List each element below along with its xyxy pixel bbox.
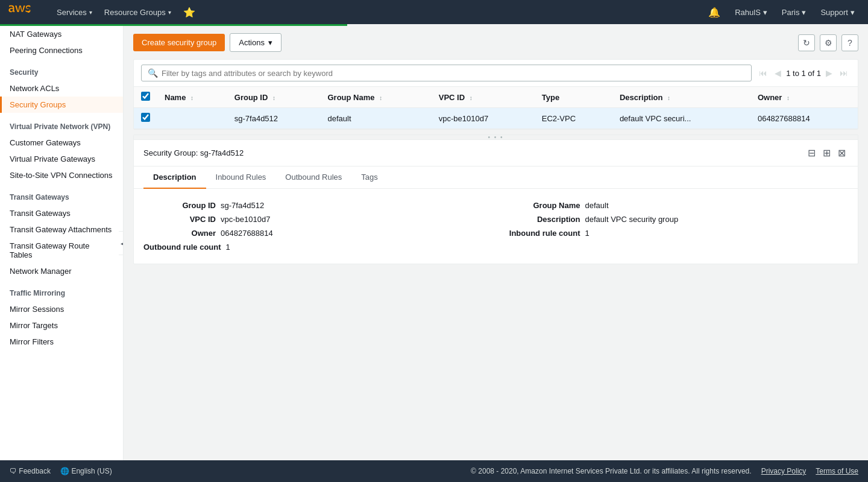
services-chevron-icon: ▾ [89, 9, 92, 16]
user-chevron-icon: ▾ [763, 8, 767, 17]
pagination-next-button[interactable]: ▶ [823, 67, 835, 79]
row-vpc-id: vpc-be1010d7 [432, 108, 535, 129]
drag-handle[interactable]: • • • [134, 135, 858, 140]
top-navigation: Services ▾ Resource Groups ▾ ⭐ 🔔 RahulS … [0, 0, 868, 24]
search-input[interactable] [162, 69, 745, 78]
search-icon: 🔍 [148, 68, 158, 78]
bookmark-icon[interactable]: ⭐ [177, 7, 201, 18]
resource-groups-nav[interactable]: Resource Groups ▾ [98, 0, 177, 24]
sidebar-item-peering-connections[interactable]: Peering Connections [0, 42, 123, 59]
sidebar-item-nat-gateways[interactable]: NAT Gateways [0, 26, 123, 42]
detail-left-column: Group ID sg-7fa4d512 VPC ID vpc-be1010d7… [143, 198, 484, 254]
search-input-wrapper[interactable]: 🔍 [141, 65, 752, 81]
group-name-row: Group Name default [508, 198, 849, 212]
help-button[interactable]: ? [841, 34, 858, 51]
drag-dots-icon: • • • [488, 134, 503, 141]
feedback-button[interactable]: 🗨 Feedback [10, 467, 51, 475]
settings-button[interactable]: ⚙ [820, 34, 837, 51]
pagination-prev-button[interactable]: ◀ [772, 67, 784, 79]
detail-minimize-button[interactable]: ⊟ [805, 146, 818, 160]
vpc-id-column-header[interactable]: VPC ID ↕ [432, 87, 535, 108]
type-column-header[interactable]: Type [535, 87, 612, 108]
user-menu[interactable]: RahulS ▾ [729, 0, 773, 24]
terms-of-use-link[interactable]: Terms of Use [816, 467, 858, 475]
description-row: Description default VPC security group [508, 212, 849, 226]
sidebar-section-vpn: Virtual Private Network (VPN) [0, 113, 123, 135]
notification-bell-icon[interactable]: 🔔 [702, 7, 726, 18]
detail-maximize-button[interactable]: ⊠ [835, 146, 848, 160]
sidebar-item-virtual-private-gateways[interactable]: Virtual Private Gateways [0, 151, 123, 167]
region-menu[interactable]: Paris ▾ [776, 0, 813, 24]
sidebar-item-site-to-site-vpn[interactable]: Site-to-Site VPN Connections [0, 167, 123, 183]
row-owner: 064827688814 [750, 108, 858, 129]
sidebar-item-network-manager[interactable]: Network Manager [0, 263, 123, 279]
resource-groups-chevron-icon: ▾ [168, 9, 171, 16]
sidebar: ◀ NAT Gateways Peering Connections Secur… [0, 26, 124, 460]
create-security-group-button[interactable]: Create security group [133, 34, 225, 51]
detail-panel: • • • Security Group: sg-7fa4d512 ⊟ ⊞ ⊠ … [133, 135, 858, 264]
privacy-policy-link[interactable]: Privacy Policy [761, 467, 807, 475]
owner-column-header[interactable]: Owner ↕ [750, 87, 858, 108]
services-nav[interactable]: Services ▾ [51, 0, 98, 24]
sidebar-item-network-acls[interactable]: Network ACLs [0, 80, 123, 97]
sidebar-item-mirror-filters[interactable]: Mirror Filters [0, 334, 123, 350]
pagination-last-button[interactable]: ⏭ [837, 67, 851, 79]
vpc-id-row: VPC ID vpc-be1010d7 [143, 212, 484, 226]
sidebar-item-mirror-targets[interactable]: Mirror Targets [0, 317, 123, 334]
inbound-rule-count-row: Inbound rule count 1 [508, 226, 849, 240]
pagination-text: 1 to 1 of 1 [786, 69, 821, 78]
select-all-header[interactable] [134, 87, 157, 108]
sidebar-item-transit-gateway-route-tables[interactable]: Transit Gateway Route Tables [0, 238, 123, 263]
outbound-rule-count-row: Outbound rule count 1 [143, 240, 484, 254]
description-column-header[interactable]: Description ↕ [612, 87, 750, 108]
footer: 🗨 Feedback 🌐 English (US) © 2008 - 2020,… [0, 460, 868, 482]
sidebar-section-transit-gateways: Transit Gateways [0, 183, 123, 205]
detail-tabs: Description Inbound Rules Outbound Rules… [134, 166, 858, 189]
tab-tags[interactable]: Tags [351, 166, 387, 189]
sidebar-item-transit-gateways[interactable]: Transit Gateways [0, 205, 123, 221]
select-all-checkbox[interactable] [141, 92, 150, 101]
actions-chevron-icon: ▾ [268, 38, 272, 47]
tab-inbound-rules[interactable]: Inbound Rules [206, 166, 276, 189]
owner-row: Owner 064827688814 [143, 226, 484, 240]
row-group-name: default [321, 108, 432, 129]
language-button[interactable]: 🌐 English (US) [60, 467, 112, 475]
pagination-first-button[interactable]: ⏮ [756, 67, 770, 79]
detail-right-column: Group Name default Description default V… [508, 198, 849, 254]
refresh-button[interactable]: ↻ [798, 34, 815, 51]
detail-split-button[interactable]: ⊞ [820, 146, 833, 160]
detail-content: Group ID sg-7fa4d512 VPC ID vpc-be1010d7… [134, 189, 858, 264]
name-column-header[interactable]: Name ↕ [157, 87, 227, 108]
sidebar-collapse-button[interactable]: ◀ [119, 231, 124, 255]
tab-outbound-rules[interactable]: Outbound Rules [275, 166, 351, 189]
search-bar: 🔍 ⏮ ◀ 1 to 1 of 1 ▶ ⏭ [134, 60, 858, 87]
region-chevron-icon: ▾ [802, 8, 806, 17]
toolbar: Create security group Actions ▾ ↻ ⚙ ? [124, 26, 868, 59]
row-checkbox-cell[interactable] [134, 108, 157, 129]
pagination: ⏮ ◀ 1 to 1 of 1 ▶ ⏭ [756, 67, 851, 79]
row-checkbox[interactable] [141, 113, 150, 122]
copyright-text: © 2008 - 2020, Amazon Internet Services … [471, 467, 752, 475]
sidebar-item-mirror-sessions[interactable]: Mirror Sessions [0, 301, 123, 317]
group-id-column-header[interactable]: Group ID ↕ [227, 87, 321, 108]
group-id-row: Group ID sg-7fa4d512 [143, 198, 484, 212]
actions-button[interactable]: Actions ▾ [230, 33, 281, 52]
support-chevron-icon: ▾ [851, 8, 855, 17]
sidebar-item-customer-gateways[interactable]: Customer Gateways [0, 135, 123, 151]
row-name [157, 108, 227, 129]
detail-header-icons: ⊟ ⊞ ⊠ [805, 146, 848, 160]
aws-logo[interactable] [7, 4, 41, 21]
sidebar-item-transit-gateway-attachments[interactable]: Transit Gateway Attachments [0, 221, 123, 238]
tab-description[interactable]: Description [143, 166, 206, 189]
row-type: EC2-VPC [535, 108, 612, 129]
sidebar-item-security-groups[interactable]: Security Groups [0, 97, 123, 113]
group-name-column-header[interactable]: Group Name ↕ [321, 87, 432, 108]
sidebar-section-security: Security [0, 59, 123, 80]
table-container: 🔍 ⏮ ◀ 1 to 1 of 1 ▶ ⏭ [133, 59, 858, 130]
table-row[interactable]: sg-7fa4d512 default vpc-be1010d7 EC2-VPC… [134, 108, 858, 129]
row-group-id: sg-7fa4d512 [227, 108, 321, 129]
security-groups-table: Name ↕ Group ID ↕ Group Name ↕ VPC ID ↕ … [134, 87, 858, 129]
sidebar-section-traffic-mirroring: Traffic Mirroring [0, 279, 123, 301]
support-menu[interactable]: Support ▾ [814, 0, 861, 24]
content-area: Create security group Actions ▾ ↻ ⚙ ? 🔍 … [124, 26, 868, 460]
